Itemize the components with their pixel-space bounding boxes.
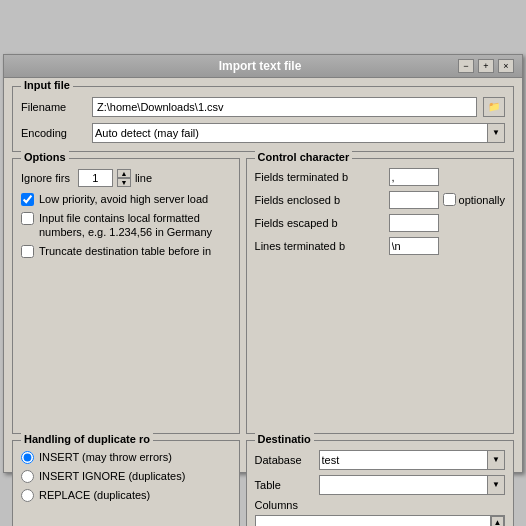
replace-radio[interactable] <box>21 489 34 502</box>
left-panel: Options Ignore firs ▲ ▼ line Low priorit… <box>12 158 240 434</box>
truncate-text: Truncate destination table before in <box>39 244 211 258</box>
browse-button[interactable]: 📁 <box>483 97 505 117</box>
spinner-buttons: ▲ ▼ <box>117 169 131 187</box>
filename-input[interactable] <box>92 97 477 117</box>
low-priority-text: Low priority, avoid high server load <box>39 192 208 206</box>
scroll-up-btn[interactable]: ▲ <box>491 516 504 527</box>
close-button[interactable]: × <box>498 59 514 73</box>
table-label: Table <box>255 479 315 491</box>
fields-terminated-input[interactable] <box>389 168 439 186</box>
fields-terminated-label: Fields terminated b <box>255 171 385 183</box>
database-row: Database test ▼ <box>255 450 505 470</box>
optionally-wrapper: optionally <box>443 193 505 206</box>
lines-terminated-row: Lines terminated b <box>255 237 505 255</box>
fields-terminated-row: Fields terminated b <box>255 168 505 186</box>
filename-row: Filename 📁 <box>21 97 505 117</box>
ignore-first-row: Ignore firs ▲ ▼ line <box>21 169 231 187</box>
encoding-select[interactable]: Auto detect (may fail) <box>92 123 505 143</box>
low-priority-checkbox[interactable] <box>21 193 34 206</box>
ignore-first-label: Ignore firs <box>21 172 70 184</box>
insert-ignore-row: INSERT IGNORE (duplicates) <box>21 469 231 483</box>
replace-row: REPLACE (duplicates) <box>21 488 231 502</box>
encoding-select-wrapper: Auto detect (may fail) ▼ <box>92 123 505 143</box>
dialog-body: Input file Filename 📁 Encoding Auto dete… <box>4 78 522 472</box>
middle-panels: Options Ignore firs ▲ ▼ line Low priorit… <box>12 158 514 434</box>
line-label: line <box>135 172 152 184</box>
control-char-label: Control character <box>255 151 353 163</box>
titlebar: Import text file − + × <box>4 55 522 78</box>
fields-escaped-row: Fields escaped b <box>255 214 505 232</box>
input-file-label: Input file <box>21 79 73 91</box>
encoding-label: Encoding <box>21 127 86 139</box>
columns-scrollbar: ▲ ▼ □ <box>490 516 504 527</box>
columns-area-wrapper: ▲ ▼ □ <box>255 515 505 527</box>
window-controls: − + × <box>458 59 514 73</box>
input-file-group: Input file Filename 📁 Encoding Auto dete… <box>12 86 514 152</box>
table-row: Table ▼ <box>255 475 505 495</box>
fields-escaped-label: Fields escaped b <box>255 217 385 229</box>
database-select[interactable]: test <box>319 450 505 470</box>
spinner-down[interactable]: ▼ <box>117 178 131 187</box>
columns-label: Columns <box>255 499 505 511</box>
fields-enclosed-row: Fields enclosed b optionally <box>255 191 505 209</box>
optionally-checkbox[interactable] <box>443 193 456 206</box>
insert-radio[interactable] <box>21 451 34 464</box>
filename-label: Filename <box>21 101 86 113</box>
maximize-button[interactable]: + <box>478 59 494 73</box>
fields-enclosed-label: Fields enclosed b <box>255 194 385 206</box>
destination-group: Destinatio Database test ▼ Table <box>246 440 514 527</box>
insert-row: INSERT (may throw errors) <box>21 450 231 464</box>
encoding-row: Encoding Auto detect (may fail) ▼ <box>21 123 505 143</box>
low-priority-row: Low priority, avoid high server load <box>21 192 231 206</box>
ignore-first-input[interactable] <box>78 169 113 187</box>
duplicate-group-label: Handling of duplicate ro <box>21 433 153 445</box>
insert-label: INSERT (may throw errors) <box>39 450 172 464</box>
dialog-window: Import text file − + × Input file Filena… <box>3 54 523 473</box>
control-char-group: Control character Fields terminated b Fi… <box>246 158 514 434</box>
local-numbers-text: Input file contains local formatted numb… <box>39 211 231 240</box>
duplicate-group: Handling of duplicate ro INSERT (may thr… <box>12 440 240 527</box>
truncate-row: Truncate destination table before in <box>21 244 231 258</box>
insert-ignore-label: INSERT IGNORE (duplicates) <box>39 469 185 483</box>
fields-escaped-input[interactable] <box>389 214 439 232</box>
table-select-wrapper: ▼ <box>319 475 505 495</box>
minimize-button[interactable]: − <box>458 59 474 73</box>
window-title: Import text file <box>62 59 458 73</box>
optionally-label: optionally <box>459 194 505 206</box>
database-label: Database <box>255 454 315 466</box>
local-numbers-checkbox[interactable] <box>21 212 34 225</box>
replace-label: REPLACE (duplicates) <box>39 488 150 502</box>
lines-terminated-label: Lines terminated b <box>255 240 385 252</box>
insert-ignore-radio[interactable] <box>21 470 34 483</box>
table-select[interactable] <box>319 475 505 495</box>
options-group: Options Ignore firs ▲ ▼ line Low priorit… <box>12 158 240 434</box>
destination-group-label: Destinatio <box>255 433 314 445</box>
database-select-wrapper: test ▼ <box>319 450 505 470</box>
columns-textarea[interactable]: ▲ ▼ □ <box>255 515 505 527</box>
options-group-label: Options <box>21 151 69 163</box>
fields-enclosed-input[interactable] <box>389 191 439 209</box>
lines-terminated-input[interactable] <box>389 237 439 255</box>
spinner-up[interactable]: ▲ <box>117 169 131 178</box>
truncate-checkbox[interactable] <box>21 245 34 258</box>
local-numbers-row: Input file contains local formatted numb… <box>21 211 231 240</box>
right-panel: Control character Fields terminated b Fi… <box>246 158 514 434</box>
